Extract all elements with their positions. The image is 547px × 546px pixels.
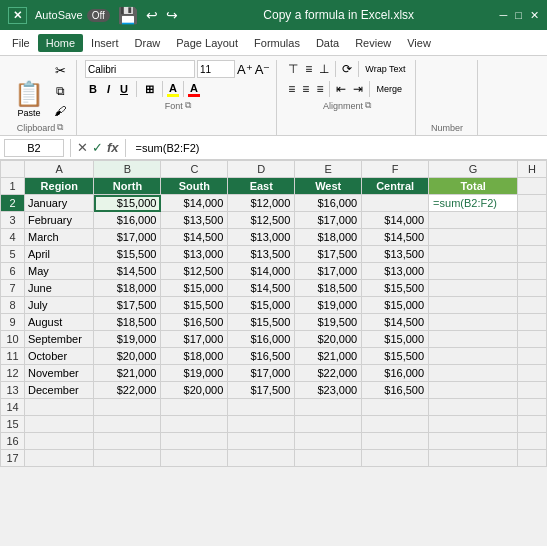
cell-b1[interactable]: North bbox=[94, 178, 161, 195]
cell-d2[interactable]: $12,000 bbox=[228, 195, 295, 212]
save-icon[interactable]: 💾 bbox=[118, 6, 138, 25]
col-header-d[interactable]: D bbox=[228, 161, 295, 178]
cell-b16[interactable] bbox=[94, 433, 161, 450]
cell-f2[interactable] bbox=[362, 195, 429, 212]
cell-b13[interactable]: $22,000 bbox=[94, 382, 161, 399]
cell-g16[interactable] bbox=[429, 433, 518, 450]
cell-e6[interactable]: $17,000 bbox=[295, 263, 362, 280]
cell-g7[interactable] bbox=[429, 280, 518, 297]
cell-c2[interactable]: $14,000 bbox=[161, 195, 228, 212]
cell-d15[interactable] bbox=[228, 416, 295, 433]
cell-g4[interactable] bbox=[429, 229, 518, 246]
cell-f5[interactable]: $13,500 bbox=[362, 246, 429, 263]
cell-e17[interactable] bbox=[295, 450, 362, 467]
cell-e1[interactable]: West bbox=[295, 178, 362, 195]
formula-confirm-icon[interactable]: ✓ bbox=[92, 140, 103, 155]
cell-g1[interactable]: Total bbox=[429, 178, 518, 195]
bold-button[interactable]: B bbox=[85, 80, 101, 98]
cell-g2[interactable]: =sum(B2:F2) bbox=[429, 195, 518, 212]
cell-f16[interactable] bbox=[362, 433, 429, 450]
menu-view[interactable]: View bbox=[399, 34, 439, 52]
cell-e7[interactable]: $18,500 bbox=[295, 280, 362, 297]
format-painter-button[interactable]: 🖌 bbox=[50, 102, 70, 120]
cell-g11[interactable] bbox=[429, 348, 518, 365]
cell-b9[interactable]: $18,500 bbox=[94, 314, 161, 331]
cell-f9[interactable]: $14,500 bbox=[362, 314, 429, 331]
cell-f10[interactable]: $15,000 bbox=[362, 331, 429, 348]
increase-indent-button[interactable]: ⇥ bbox=[350, 80, 366, 98]
cell-c12[interactable]: $19,000 bbox=[161, 365, 228, 382]
cell-b17[interactable] bbox=[94, 450, 161, 467]
cell-f8[interactable]: $15,000 bbox=[362, 297, 429, 314]
cell-b14[interactable] bbox=[94, 399, 161, 416]
cell-b8[interactable]: $17,500 bbox=[94, 297, 161, 314]
cell-f7[interactable]: $15,500 bbox=[362, 280, 429, 297]
cell-c4[interactable]: $14,500 bbox=[161, 229, 228, 246]
underline-button[interactable]: U bbox=[116, 80, 132, 98]
font-size-input[interactable] bbox=[197, 60, 235, 78]
menu-draw[interactable]: Draw bbox=[127, 34, 169, 52]
cell-e4[interactable]: $18,000 bbox=[295, 229, 362, 246]
cell-b3[interactable]: $16,000 bbox=[94, 212, 161, 229]
cell-g5[interactable] bbox=[429, 246, 518, 263]
fx-icon[interactable]: fx bbox=[107, 140, 119, 155]
formula-input[interactable] bbox=[132, 139, 543, 157]
cell-f13[interactable]: $16,500 bbox=[362, 382, 429, 399]
cell-h6[interactable] bbox=[518, 263, 547, 280]
menu-home[interactable]: Home bbox=[38, 34, 83, 52]
cell-d13[interactable]: $17,500 bbox=[228, 382, 295, 399]
cell-c6[interactable]: $12,500 bbox=[161, 263, 228, 280]
italic-button[interactable]: I bbox=[103, 80, 114, 98]
col-header-e[interactable]: E bbox=[295, 161, 362, 178]
cell-b15[interactable] bbox=[94, 416, 161, 433]
cell-a9[interactable]: August bbox=[25, 314, 94, 331]
cell-a16[interactable] bbox=[25, 433, 94, 450]
cell-e10[interactable]: $20,000 bbox=[295, 331, 362, 348]
cell-c1[interactable]: South bbox=[161, 178, 228, 195]
cell-a1[interactable]: Region bbox=[25, 178, 94, 195]
cell-c5[interactable]: $13,000 bbox=[161, 246, 228, 263]
menu-page-layout[interactable]: Page Layout bbox=[168, 34, 246, 52]
cell-e5[interactable]: $17,500 bbox=[295, 246, 362, 263]
cell-g8[interactable] bbox=[429, 297, 518, 314]
decrease-font-icon[interactable]: A⁻ bbox=[255, 62, 271, 77]
col-header-f[interactable]: F bbox=[362, 161, 429, 178]
cell-d7[interactable]: $14,500 bbox=[228, 280, 295, 297]
cell-e12[interactable]: $22,000 bbox=[295, 365, 362, 382]
cell-h17[interactable] bbox=[518, 450, 547, 467]
cell-h12[interactable] bbox=[518, 365, 547, 382]
cell-d3[interactable]: $12,500 bbox=[228, 212, 295, 229]
cell-a6[interactable]: May bbox=[25, 263, 94, 280]
cell-b6[interactable]: $14,500 bbox=[94, 263, 161, 280]
cell-g6[interactable] bbox=[429, 263, 518, 280]
col-header-h[interactable]: H bbox=[518, 161, 547, 178]
cell-g14[interactable] bbox=[429, 399, 518, 416]
cell-h13[interactable] bbox=[518, 382, 547, 399]
cell-h11[interactable] bbox=[518, 348, 547, 365]
cell-a15[interactable] bbox=[25, 416, 94, 433]
cell-b11[interactable]: $20,000 bbox=[94, 348, 161, 365]
cell-d9[interactable]: $15,500 bbox=[228, 314, 295, 331]
cell-h16[interactable] bbox=[518, 433, 547, 450]
cell-a2[interactable]: January bbox=[25, 195, 94, 212]
cell-d11[interactable]: $16,500 bbox=[228, 348, 295, 365]
font-name-input[interactable] bbox=[85, 60, 195, 78]
cell-a14[interactable] bbox=[25, 399, 94, 416]
cell-d10[interactable]: $16,000 bbox=[228, 331, 295, 348]
cell-f14[interactable] bbox=[362, 399, 429, 416]
cell-h8[interactable] bbox=[518, 297, 547, 314]
merge-button[interactable]: Merge bbox=[373, 80, 405, 98]
cell-a17[interactable] bbox=[25, 450, 94, 467]
cell-a3[interactable]: February bbox=[25, 212, 94, 229]
cell-h7[interactable] bbox=[518, 280, 547, 297]
bottom-align-button[interactable]: ⊥ bbox=[316, 60, 332, 78]
cell-h2[interactable] bbox=[518, 195, 547, 212]
cell-h10[interactable] bbox=[518, 331, 547, 348]
cell-h15[interactable] bbox=[518, 416, 547, 433]
col-header-b[interactable]: B bbox=[94, 161, 161, 178]
fill-color-button[interactable]: A bbox=[167, 82, 179, 97]
cell-a7[interactable]: June bbox=[25, 280, 94, 297]
cell-g3[interactable] bbox=[429, 212, 518, 229]
cell-a12[interactable]: November bbox=[25, 365, 94, 382]
cell-e2[interactable]: $16,000 bbox=[295, 195, 362, 212]
